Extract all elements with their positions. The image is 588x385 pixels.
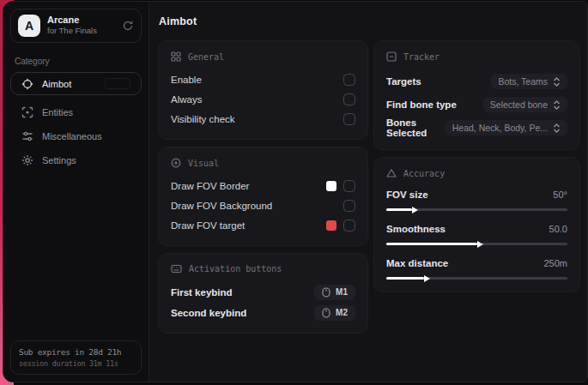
setting-row-targets: Targets Bots, Teams [386,70,567,93]
setting-label: Draw FOV target [171,220,245,231]
setting-row-fov-background: Draw FOV Background [171,196,355,215]
visual-card: Visual Draw FOV Border Draw FOV Backgrou… [158,147,368,246]
sliders-icon [21,130,33,142]
app-subtitle: for The Finals [47,26,97,36]
sidebar-item-aimbot[interactable]: Aimbot [10,72,142,95]
first-keybind-button[interactable]: M1 [314,285,355,300]
color-swatch-red[interactable] [326,220,336,231]
app-header: A Arcane for The Finals [10,9,142,43]
setting-row-enable: Enable [171,70,355,89]
setting-row-smoothness: Smoothness 50.0 [386,221,567,245]
setting-label: First keybind [171,287,233,298]
setting-row-fov-size: FOV size 50° [386,187,567,211]
triangle-icon [386,168,397,178]
setting-row-fov-border: Draw FOV Border [171,177,355,196]
app-title-block: Arcane for The Finals [47,15,97,37]
setting-row-max-distance: Max distance 250m [386,256,567,280]
dropdown-value: Head, Neck, Body, Pe... [452,123,548,133]
max-distance-slider[interactable] [386,277,567,280]
setting-label: Visibility check [171,114,235,124]
sidebar-item-label: Settings [42,155,76,165]
enable-checkbox[interactable] [343,74,355,86]
gear-icon [21,154,33,166]
slider-value: 250m [543,258,567,268]
fov-target-checkbox[interactable] [343,220,355,232]
keybind-hint-pill [105,78,130,89]
setting-label: Enable [171,75,202,85]
category-label: Category [15,57,137,66]
setting-label: Find bone type [386,99,457,110]
slider-value: 50.0 [549,224,567,234]
sidebar-item-miscellaneous[interactable]: Miscellaneous [10,124,142,147]
square-minus-icon [386,51,397,62]
setting-row-always: Always [171,90,355,109]
general-card: General Enable Always Visibility check [158,40,368,140]
always-checkbox[interactable] [343,93,355,105]
circle-plus-icon [171,158,181,168]
subscription-box: Sub expires in 28d 21h session duration … [10,340,142,375]
main-content: Aimbot General Enable [149,2,587,382]
setting-label: Smoothness [386,224,446,234]
card-title: Activation buttons [189,264,282,274]
visibility-check-checkbox[interactable] [343,113,355,125]
setting-row-fov-target: Draw FOV target [171,216,355,235]
dropdown-value: Bots, Teams [498,76,548,87]
setting-label: Max distance [386,258,448,268]
app-logo: A [18,15,40,37]
accuracy-card: Accuracy FOV size 50° Smoothness [373,157,580,292]
sidebar-item-label: Miscellaneous [42,131,102,141]
chevrons-up-down-icon [553,100,561,110]
keyboard-icon [171,264,182,274]
sub-expiry-text: Sub expires in 28d 21h [19,347,133,357]
refresh-icon[interactable] [122,20,134,32]
card-title: Visual [188,159,219,168]
sidebar-item-entities[interactable]: Entities [10,100,142,123]
setting-label: Targets [386,76,421,87]
keybind-value: M1 [336,287,348,297]
grid-icon [171,51,181,62]
sidebar-item-label: Aimbot [42,79,71,89]
color-swatch-white[interactable] [326,181,336,191]
setting-label: Draw FOV Background [171,201,272,211]
sidebar-item-label: Entities [42,107,73,117]
card-title: General [188,52,224,62]
bones-selected-dropdown[interactable]: Head, Neck, Body, Pe... [446,120,567,135]
sidebar-nav: Aimbot Entities [3,72,149,172]
sidebar-item-settings[interactable]: Settings [10,148,142,171]
slider-fill [386,243,477,245]
card-title: Accuracy [403,169,445,178]
fov-size-slider[interactable] [386,208,567,211]
dropdown-value: Selected bone [490,99,548,110]
tracker-card: Tracker Targets Bots, Teams [373,40,580,150]
page-title: Aimbot [159,15,577,27]
setting-row-visibility-check: Visibility check [171,110,355,129]
session-duration-text: session duration 31m 11s [19,359,133,368]
app-name: Arcane [47,15,97,26]
setting-label: Draw FOV Border [171,181,249,191]
slider-fill [386,208,412,211]
keybind-value: M2 [336,308,348,317]
setting-label: Second keybind [171,308,246,318]
setting-row-second-keybind: Second keybind M2 [171,303,355,322]
smoothness-slider[interactable] [386,243,567,245]
crosshair-icon [21,78,33,90]
app-window: A Arcane for The Finals Category Aimbot [3,1,588,382]
entities-icon [21,106,33,118]
fov-border-checkbox[interactable] [343,180,355,192]
fov-background-checkbox[interactable] [343,200,355,212]
targets-dropdown[interactable]: Bots, Teams [491,74,567,89]
slider-fill [386,277,424,280]
setting-row-first-keybind: First keybind M1 [171,282,355,302]
mouse-icon [322,287,330,298]
card-title: Tracker [403,52,439,62]
setting-label: Bones Selected [386,117,446,138]
find-bone-type-dropdown[interactable]: Selected bone [483,97,567,112]
second-keybind-button[interactable]: M2 [314,305,355,321]
setting-label: Always [171,94,202,105]
setting-row-find-bone-type: Find bone type Selected bone [386,93,567,116]
chevrons-up-down-icon [553,77,561,87]
mouse-icon [322,308,330,318]
setting-row-bones-selected: Bones Selected Head, Neck, Body, Pe... [386,117,567,139]
sidebar: A Arcane for The Finals Category Aimbot [3,2,149,382]
setting-label: FOV size [386,189,428,200]
